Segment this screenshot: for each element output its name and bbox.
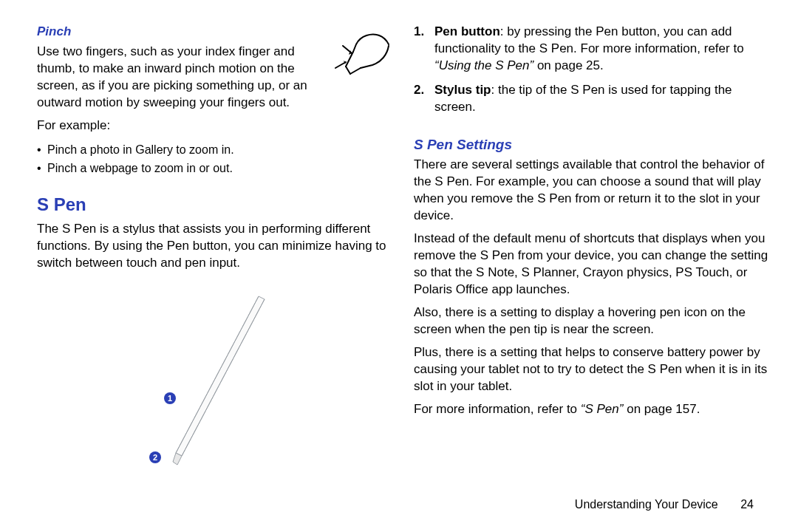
item-label: Stylus tip xyxy=(434,83,491,97)
s-pen-illustration-icon xyxy=(140,289,288,474)
item-number: 2. xyxy=(414,82,424,99)
settings-p5-ref: “S Pen” xyxy=(581,402,624,416)
s-pen-parts-list: 1. Pen button: by pressing the Pen butto… xyxy=(414,24,768,123)
list-item: 1. Pen button: by pressing the Pen butto… xyxy=(414,24,768,75)
item-body-tail: on page 25. xyxy=(533,58,604,72)
list-item: 2. Stylus tip: the tip of the S Pen is u… xyxy=(414,82,768,116)
document-page: Pinch Use two fingers, such as your inde… xyxy=(0,0,798,532)
heading-s-pen-settings: S Pen Settings xyxy=(414,135,768,154)
s-pen-body: The S Pen is a stylus that assists you i… xyxy=(37,221,392,272)
s-pen-figure: 1 2 xyxy=(140,289,288,474)
heading-pinch: Pinch xyxy=(37,24,318,41)
callout-marker: 2 xyxy=(149,451,161,463)
svg-line-2 xyxy=(176,296,259,453)
settings-p5a: For more information, refer to xyxy=(414,402,581,416)
pinch-body: Use two fingers, such as your index fing… xyxy=(37,44,318,112)
item-ref: “Using the S Pen” xyxy=(434,58,533,72)
pinch-examples-list: Pinch a photo in Gallery to zoom in. Pin… xyxy=(37,139,392,180)
footer-section-title: Understanding Your Device xyxy=(575,498,718,511)
item-label: Pen button xyxy=(434,24,500,38)
settings-p2: Instead of the default menu of shortcuts… xyxy=(414,231,768,299)
left-column: Pinch Use two fingers, such as your inde… xyxy=(37,24,392,510)
settings-p3: Also, there is a setting to display a ho… xyxy=(414,304,768,338)
item-number: 1. xyxy=(414,24,424,41)
callout-marker: 1 xyxy=(164,392,176,404)
settings-p5: For more information, refer to “S Pen” o… xyxy=(414,401,768,418)
page-footer: Understanding Your Device 24 xyxy=(575,498,754,511)
heading-s-pen: S Pen xyxy=(37,193,392,216)
pinch-gesture-icon xyxy=(324,30,392,83)
pinch-section: Pinch Use two fingers, such as your inde… xyxy=(37,24,392,117)
settings-p1: There are several settings available tha… xyxy=(414,157,768,225)
list-item: Pinch a webpage to zoom in or out. xyxy=(37,160,392,177)
settings-p4: Plus, there is a setting that helps to c… xyxy=(414,344,768,395)
svg-marker-0 xyxy=(176,296,265,456)
settings-p5b: on page 157. xyxy=(623,402,700,416)
footer-page-number: 24 xyxy=(740,498,754,511)
right-column: 1. Pen button: by pressing the Pen butto… xyxy=(414,24,768,510)
for-example-label: For example: xyxy=(37,117,392,134)
svg-line-3 xyxy=(182,299,265,456)
list-item: Pinch a photo in Gallery to zoom in. xyxy=(37,142,392,158)
